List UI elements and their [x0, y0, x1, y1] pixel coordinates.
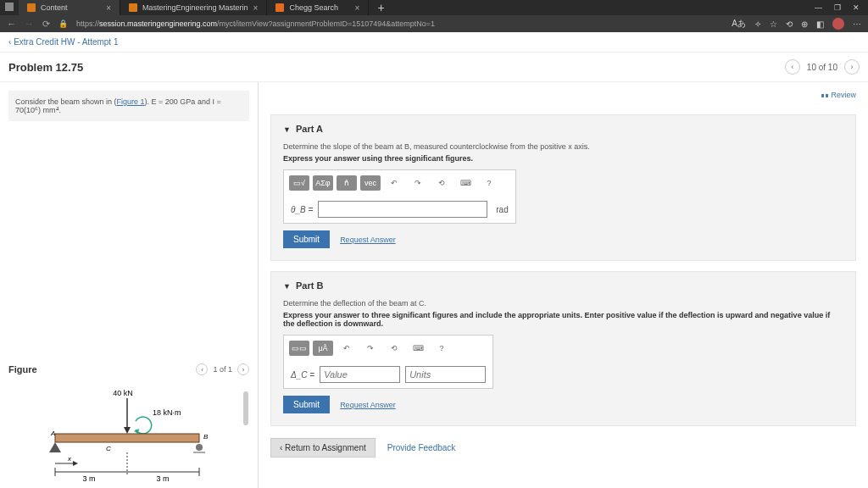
breadcrumb[interactable]: ‹ Extra Credit HW - Attempt 1 [0, 32, 868, 53]
translate-icon[interactable]: ✧ [754, 19, 761, 29]
page-title: Problem 12.75 [8, 61, 83, 74]
part-a-prompt: Determine the slope of the beam at B, me… [283, 142, 843, 151]
url-bar: ← → ⟳ 🔒 https://session.masteringenginee… [0, 15, 868, 32]
forward-icon[interactable]: → [25, 19, 34, 29]
figure-pager-text: 1 of 1 [213, 365, 232, 374]
tab-label: Chegg Search [289, 3, 338, 12]
svg-text:x: x [67, 455, 72, 463]
variable-label: θ_B = [291, 205, 313, 214]
beam-figure: 40 kN 18 kN·m A B C x [8, 383, 246, 488]
collapse-icon[interactable]: ▼ [283, 282, 291, 291]
part-b-answer-widget: ▭▭ μÅ ↶ ↷ ⟲ ⌨ ? Δ_C = [283, 335, 493, 389]
figure-next-button[interactable]: › [237, 363, 249, 375]
sync-icon[interactable]: ⟲ [786, 19, 793, 29]
figure-area: 40 kN 18 kN·m A B C x [8, 382, 249, 488]
figure-prev-button[interactable]: ‹ [196, 363, 208, 375]
provide-feedback-link[interactable]: Provide Feedback [387, 443, 456, 452]
review-link[interactable]: Review [270, 91, 856, 99]
figure-header: Figure ‹ 1 of 1 › [8, 363, 249, 382]
reset-icon[interactable]: ⟲ [431, 175, 452, 191]
new-tab-button[interactable]: + [369, 0, 392, 15]
part-a-submit-button[interactable]: Submit [283, 230, 330, 248]
part-b-submit-button[interactable]: Submit [283, 396, 330, 413]
tab-label: Content [41, 3, 68, 12]
force-label: 40 kN [113, 389, 133, 397]
part-b-value-input[interactable] [320, 366, 400, 383]
part-b-units-input[interactable] [405, 366, 486, 383]
svg-marker-1 [124, 427, 131, 434]
more-icon[interactable]: ⋯ [853, 19, 861, 29]
minimize-icon[interactable]: — [815, 3, 822, 12]
svg-text:A: A [50, 430, 55, 437]
symbols-button[interactable]: ΑΣφ [313, 175, 333, 191]
refresh-icon[interactable]: ⟳ [42, 19, 50, 30]
undo-icon[interactable]: ↶ [384, 175, 404, 191]
figure-scrollbar[interactable] [243, 391, 248, 425]
app-icon [5, 3, 14, 11]
redo-icon[interactable]: ↷ [360, 341, 381, 356]
unit-label: rad [496, 205, 508, 214]
svg-text:3 m: 3 m [156, 474, 169, 483]
browser-tab-mastering[interactable]: MasteringEngineering Masterin × [120, 0, 267, 15]
extension-icon[interactable]: ◧ [816, 19, 824, 29]
maximize-icon[interactable]: ❐ [834, 3, 841, 12]
profile-icon[interactable] [832, 18, 844, 30]
part-title: Part B [296, 280, 323, 291]
url-text[interactable]: https://session.masteringengineering.com… [76, 19, 723, 28]
part-b-prompt: Determine the deflection of the beam at … [283, 299, 843, 308]
svg-marker-11 [73, 461, 78, 466]
reset-icon[interactable]: ⟲ [384, 341, 404, 356]
left-panel: Consider the beam shown in (Figure 1). E… [0, 82, 259, 488]
browser-tab-bar: Content × MasteringEngineering Masterin … [0, 0, 868, 15]
favorite-icon[interactable]: ☆ [770, 19, 777, 29]
vec-button[interactable]: vec [360, 175, 381, 191]
part-a-request-answer-link[interactable]: Request Answer [340, 236, 396, 244]
close-icon[interactable]: × [106, 3, 111, 13]
help-icon[interactable]: ? [479, 175, 499, 191]
part-a-answer-input[interactable] [318, 201, 487, 218]
units-button[interactable]: μÅ [313, 341, 333, 356]
problem-header: Problem 12.75 ‹ 10 of 10 › [0, 53, 868, 82]
lock-icon: 🔒 [58, 19, 68, 28]
redo-icon[interactable]: ↷ [408, 175, 428, 191]
svg-text:B: B [203, 433, 209, 441]
tab-favicon [129, 3, 137, 12]
prev-problem-button[interactable]: ‹ [785, 59, 800, 75]
part-b-instr: Express your answer to three significant… [283, 311, 843, 328]
templates-button[interactable]: ▭√ [289, 175, 309, 191]
browser-tab-chegg[interactable]: Chegg Search × [267, 0, 369, 15]
back-icon[interactable]: ← [7, 19, 16, 29]
keyboard-icon[interactable]: ⌨ [455, 175, 476, 191]
part-b-box: ▼Part B Determine the deflection of the … [270, 271, 856, 426]
part-a-answer-widget: ▭√ ΑΣφ n̂ vec ↶ ↷ ⟲ ⌨ ? θ_B = rad [283, 169, 516, 224]
help-icon[interactable]: ? [431, 341, 452, 356]
figure-link[interactable]: Figure 1 [117, 97, 145, 106]
part-b-request-answer-link[interactable]: Request Answer [340, 401, 396, 409]
templates-button[interactable]: ▭▭ [289, 341, 309, 356]
right-panel: Review ▼Part A Determine the slope of th… [259, 82, 868, 488]
part-a-instr: Express your answer using three signific… [283, 154, 843, 163]
browser-tab-content[interactable]: Content × [19, 0, 120, 15]
return-to-assignment-button[interactable]: ‹ Return to Assignment [270, 438, 376, 458]
keyboard-icon[interactable]: ⌨ [408, 341, 428, 356]
svg-marker-2 [134, 429, 139, 434]
tab-favicon [27, 3, 36, 12]
part-a-box: ▼Part A Determine the slope of the beam … [270, 114, 856, 261]
collections-icon[interactable]: ⊕ [801, 19, 808, 29]
close-window-icon[interactable]: ✕ [853, 3, 860, 12]
collapse-icon[interactable]: ▼ [283, 125, 291, 134]
moment-label: 18 kN·m [153, 408, 181, 417]
close-icon[interactable]: × [355, 3, 360, 13]
variable-label: Δ_C = [291, 370, 314, 380]
hat-button[interactable]: n̂ [337, 175, 357, 191]
svg-text:3 m: 3 m [82, 474, 95, 483]
reader-icon[interactable]: Aあ [732, 18, 746, 30]
problem-statement: Consider the beam shown in (Figure 1). E… [8, 91, 249, 121]
problem-pager: ‹ 10 of 10 › [785, 59, 860, 75]
undo-icon[interactable]: ↶ [337, 341, 357, 356]
tab-label: MasteringEngineering Masterin [142, 3, 248, 12]
tab-favicon [275, 3, 284, 12]
close-icon[interactable]: × [253, 3, 259, 13]
part-title: Part A [296, 124, 323, 134]
next-problem-button[interactable]: › [844, 59, 860, 75]
